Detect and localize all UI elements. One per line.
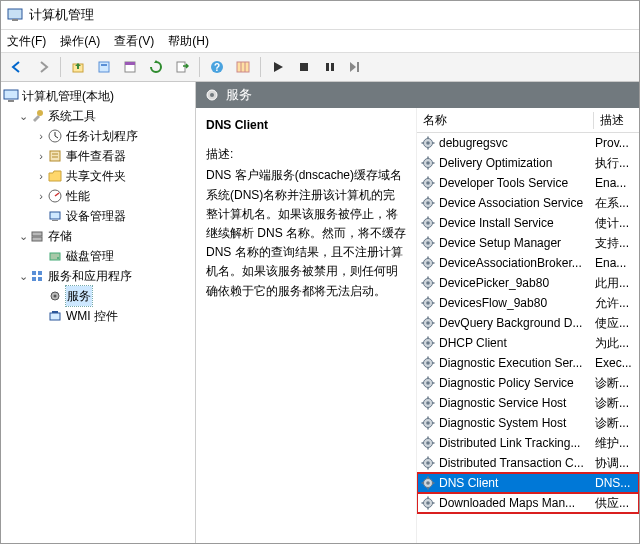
tree-root[interactable]: 计算机管理(本地) (3, 86, 193, 106)
help-button[interactable]: ? (205, 55, 229, 79)
menu-help[interactable]: 帮助(H) (168, 33, 209, 50)
export-button[interactable] (118, 55, 142, 79)
service-name: Diagnostic System Host (439, 416, 566, 430)
service-desc: 允许... (591, 295, 639, 312)
service-desc: 执行... (591, 155, 639, 172)
service-row[interactable]: DeviceAssociationBroker...Ena... (417, 253, 639, 273)
service-row[interactable]: DNS ClientDNS... (417, 473, 639, 493)
service-desc: Ena... (591, 256, 639, 270)
service-name: Diagnostic Execution Ser... (439, 356, 582, 370)
selected-service-name: DNS Client (206, 116, 406, 135)
svg-text:?: ? (214, 62, 220, 73)
service-desc: 供应... (591, 495, 639, 512)
start-service-button[interactable] (266, 55, 290, 79)
gear-icon (421, 336, 439, 350)
service-list[interactable]: 名称 描述 debugregsvcProv...Delivery Optimiz… (417, 108, 639, 543)
expand-icon[interactable]: › (35, 186, 47, 206)
tree-devmgr[interactable]: 设备管理器 (3, 206, 193, 226)
service-row[interactable]: Diagnostic Execution Ser...Exec... (417, 353, 639, 373)
service-row[interactable]: Device Setup Manager支持... (417, 233, 639, 253)
menu-file[interactable]: 文件(F) (7, 33, 46, 50)
up-button[interactable] (66, 55, 90, 79)
perf-icon (47, 188, 63, 204)
gear-icon (421, 256, 439, 270)
gear-icon (421, 356, 439, 370)
service-desc: 此用... (591, 275, 639, 292)
tree-perf[interactable]: ›性能 (3, 186, 193, 206)
menu-action[interactable]: 操作(A) (60, 33, 100, 50)
collapse-icon[interactable]: ⌄ (17, 106, 29, 126)
properties-button[interactable] (92, 55, 116, 79)
service-row[interactable]: DevQuery Background D...使应... (417, 313, 639, 333)
service-detail-pane: DNS Client 描述: DNS 客户端服务(dnscache)缓存域名系统… (196, 108, 417, 543)
svg-point-138 (426, 461, 430, 465)
restart-service-button[interactable] (344, 55, 368, 79)
disk-icon (47, 248, 63, 264)
service-desc: 诊断... (591, 415, 639, 432)
service-desc: 协调... (591, 455, 639, 472)
stop-service-button[interactable] (292, 55, 316, 79)
clock-icon (47, 128, 63, 144)
description-text: DNS 客户端服务(dnscache)缓存域名系统(DNS)名称并注册该计算机的… (206, 166, 406, 300)
service-name: DHCP Client (439, 336, 507, 350)
svg-rect-25 (50, 212, 60, 219)
service-row[interactable]: Downloaded Maps Man...供应... (417, 493, 639, 513)
svg-point-108 (426, 361, 430, 365)
svg-point-144 (426, 481, 430, 485)
tree-apps[interactable]: ⌄服务和应用程序 (3, 266, 193, 286)
svg-rect-38 (52, 311, 58, 313)
tree-sched[interactable]: ›任务计划程序 (3, 126, 193, 146)
service-name: DevicePicker_9ab80 (439, 276, 549, 290)
tree-systools[interactable]: ⌄系统工具 (3, 106, 193, 126)
service-row[interactable]: Distributed Link Tracking...维护... (417, 433, 639, 453)
service-row[interactable]: DevicesFlow_9ab80允许... (417, 293, 639, 313)
service-row[interactable]: debugregsvcProv... (417, 133, 639, 153)
tree-disk[interactable]: 磁盘管理 (3, 246, 193, 266)
service-row[interactable]: Distributed Transaction C...协调... (417, 453, 639, 473)
tree-evt[interactable]: ›事件查看器 (3, 146, 193, 166)
tree-share[interactable]: ›共享文件夹 (3, 166, 193, 186)
back-button[interactable] (5, 55, 29, 79)
column-desc[interactable]: 描述 (594, 112, 639, 129)
svg-point-72 (426, 241, 430, 245)
columns-button[interactable] (231, 55, 255, 79)
svg-rect-10 (237, 62, 249, 72)
service-row[interactable]: Device Association Service在系... (417, 193, 639, 213)
export-list-button[interactable] (170, 55, 194, 79)
pause-service-button[interactable] (318, 55, 342, 79)
service-name: Delivery Optimization (439, 156, 552, 170)
collapse-icon[interactable]: ⌄ (17, 266, 29, 286)
service-name: Developer Tools Service (439, 176, 568, 190)
svg-rect-0 (8, 9, 22, 19)
expand-icon[interactable]: › (35, 146, 47, 166)
svg-point-19 (37, 110, 43, 116)
tree-storage[interactable]: ⌄存储 (3, 226, 193, 246)
gear-icon (47, 288, 63, 304)
svg-point-78 (426, 261, 430, 265)
collapse-icon[interactable]: ⌄ (17, 226, 29, 246)
expand-icon[interactable]: › (35, 166, 47, 186)
tree-wmi[interactable]: WMI 控件 (3, 306, 193, 326)
expand-icon[interactable]: › (35, 126, 47, 146)
service-row[interactable]: Diagnostic Service Host诊断... (417, 393, 639, 413)
tools-icon (29, 108, 45, 124)
service-row[interactable]: Diagnostic System Host诊断... (417, 413, 639, 433)
service-row[interactable]: Delivery Optimization执行... (417, 153, 639, 173)
menu-view[interactable]: 查看(V) (114, 33, 154, 50)
gear-icon (421, 136, 439, 150)
tree-services[interactable]: 服务 (3, 286, 193, 306)
list-header[interactable]: 名称 描述 (417, 108, 639, 133)
forward-button[interactable] (31, 55, 55, 79)
service-row[interactable]: Developer Tools ServiceEna... (417, 173, 639, 193)
column-name[interactable]: 名称 (417, 112, 594, 129)
service-row[interactable]: DevicePicker_9ab80此用... (417, 273, 639, 293)
service-row[interactable]: Device Install Service使计... (417, 213, 639, 233)
service-desc: DNS... (591, 476, 639, 490)
service-row[interactable]: Diagnostic Policy Service诊断... (417, 373, 639, 393)
svg-rect-16 (357, 62, 359, 72)
refresh-button[interactable] (144, 55, 168, 79)
nav-tree[interactable]: 计算机管理(本地) ⌄系统工具 ›任务计划程序 ›事件查看器 ›共享文件夹 ›性… (1, 82, 196, 543)
service-name: Distributed Link Tracking... (439, 436, 580, 450)
folder-icon (47, 168, 63, 184)
service-row[interactable]: DHCP Client为此... (417, 333, 639, 353)
